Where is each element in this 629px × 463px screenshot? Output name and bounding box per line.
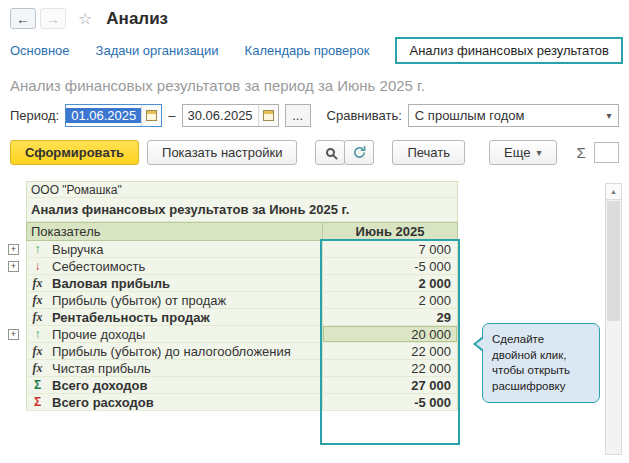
row-indicator-icon: fx (26, 343, 48, 360)
row-label[interactable]: Прибыль (убыток) до налогообложения (48, 343, 322, 360)
row-label[interactable]: Рентабельность продаж (48, 309, 322, 326)
expander-cell (8, 258, 26, 275)
generate-button[interactable]: Сформировать (10, 140, 139, 165)
period-label: Период: (10, 108, 59, 123)
more-button-label: Еще (504, 145, 530, 160)
row-label[interactable]: Прибыль (убыток) от продаж (48, 292, 322, 309)
refresh-icon (352, 145, 367, 160)
report-title-cell[interactable]: Анализ финансовых результатов за Июнь 20… (26, 198, 458, 222)
report-subtitle: Анализ финансовых результатов за период … (0, 68, 629, 100)
toolbar-icon-group (315, 140, 374, 165)
period-from-value[interactable]: 01.06.2025 (66, 108, 141, 123)
expander-cell (8, 326, 26, 343)
expander-margin (8, 198, 26, 222)
table-row[interactable]: ↓ Себестоимость -5 000 (8, 258, 620, 275)
row-value[interactable]: 27 000 (322, 377, 458, 394)
tab-financial-analysis-active[interactable]: Анализ финансовых результатов (395, 37, 623, 64)
row-value[interactable]: 2 000 (322, 292, 458, 309)
search-button[interactable] (315, 140, 345, 165)
row-label[interactable]: Всего расходов (48, 394, 322, 411)
calendar-icon (263, 110, 274, 121)
scroll-up-arrow-icon: ▲ (610, 188, 617, 195)
row-label[interactable]: Выручка (48, 241, 322, 258)
compare-select[interactable]: С прошлым годом ▾ (408, 104, 619, 127)
back-arrow-icon: ← (16, 11, 30, 27)
period-dash: – (168, 108, 175, 123)
back-button[interactable]: ← (10, 8, 36, 29)
compare-label: Сравнивать: (327, 108, 402, 123)
calendar-picker-button[interactable] (258, 105, 278, 126)
calendar-picker-button[interactable] (141, 105, 161, 126)
forward-button[interactable]: → (40, 8, 66, 29)
vertical-scrollbar[interactable]: ▲ (605, 183, 622, 455)
row-value[interactable]: 22 000 (322, 360, 458, 377)
refresh-button[interactable] (344, 140, 374, 165)
expand-plus-icon[interactable] (8, 329, 19, 340)
org-row: ООО "Ромашка" (8, 181, 620, 198)
period-row: Период: 01.06.2025 – 30.06.2025 ... Срав… (0, 100, 629, 131)
tab-main[interactable]: Основное (10, 43, 70, 58)
chevron-down-icon: ▾ (537, 147, 542, 158)
expander-cell (8, 394, 26, 411)
scrollbar-thumb[interactable] (607, 201, 620, 321)
row-label[interactable]: Валовая прибыль (48, 275, 322, 292)
report-toolbar: Сформировать Показать настройки Печать Е… (0, 131, 629, 173)
row-label[interactable]: Всего доходов (48, 377, 322, 394)
table-row[interactable]: fx Прибыль (убыток) от продаж 2 000 (8, 292, 620, 309)
expand-plus-icon[interactable] (8, 244, 19, 255)
row-value[interactable]: 7 000 (322, 241, 458, 258)
expander-margin (8, 181, 26, 198)
scrollbar-up-button[interactable]: ▲ (606, 184, 621, 200)
period-from-field[interactable]: 01.06.2025 (65, 104, 162, 127)
expander-margin (8, 222, 26, 241)
expander-cell (8, 309, 26, 326)
org-name-cell[interactable]: ООО "Ромашка" (26, 181, 458, 198)
double-click-callout: Сделайте двойной клик, чтобы открыть рас… (482, 323, 600, 403)
row-value[interactable]: 20 000 (322, 326, 458, 343)
row-indicator-icon: ↓ (26, 258, 48, 275)
row-indicator-icon: ↑ (26, 326, 48, 343)
row-indicator-icon: fx (26, 275, 48, 292)
top-bar: ← → ☆ Анализ (0, 0, 629, 31)
row-label[interactable]: Себестоимость (48, 258, 322, 275)
expander-cell (8, 275, 26, 292)
row-indicator-icon: Σ (26, 377, 48, 394)
period-to-field[interactable]: 30.06.2025 (182, 104, 279, 127)
row-label[interactable]: Прочие доходы (48, 326, 322, 343)
expander-cell (8, 241, 26, 258)
row-label[interactable]: Чистая прибыль (48, 360, 322, 377)
table-row[interactable]: fx Валовая прибыль 2 000 (8, 275, 620, 292)
expander-cell (8, 360, 26, 377)
report-table: ООО "Ромашка" Анализ финансовых результа… (8, 181, 620, 455)
forward-arrow-icon: → (46, 11, 60, 27)
row-value[interactable]: -5 000 (322, 258, 458, 275)
row-indicator-icon: fx (26, 292, 48, 309)
expander-cell (8, 343, 26, 360)
autosum-sigma-icon: Σ (577, 144, 586, 161)
period-to-value[interactable]: 30.06.2025 (183, 108, 258, 123)
column-header-indicator: Показатель (26, 222, 322, 241)
expand-plus-icon[interactable] (8, 261, 19, 272)
favorite-star-icon[interactable]: ☆ (78, 9, 92, 28)
tab-check-calendar[interactable]: Календарь проверок (245, 43, 370, 58)
chevron-down-icon[interactable]: ▾ (600, 110, 618, 121)
expander-cell (8, 292, 26, 309)
report-title-row: Анализ финансовых результатов за Июнь 20… (8, 198, 620, 222)
page-title: Анализ (106, 9, 168, 29)
expander-cell (8, 377, 26, 394)
column-header-month: Июнь 2025 (322, 222, 458, 241)
period-more-button[interactable]: ... (285, 104, 311, 127)
row-indicator-icon: Σ (26, 394, 48, 411)
nav-tabs: Основное Задачи организации Календарь пр… (0, 31, 629, 68)
table-row[interactable]: ↑ Выручка 7 000 (8, 241, 620, 258)
autosum-field[interactable] (594, 142, 619, 163)
row-value[interactable]: -5 000 (322, 394, 458, 411)
tab-org-tasks[interactable]: Задачи организации (96, 43, 219, 58)
search-icon (326, 148, 335, 157)
print-button[interactable]: Печать (392, 140, 465, 165)
row-value[interactable]: 22 000 (322, 343, 458, 360)
show-settings-button[interactable]: Показать настройки (147, 140, 297, 165)
more-button[interactable]: Еще ▾ (489, 140, 556, 165)
row-value[interactable]: 29 (322, 309, 458, 326)
row-value[interactable]: 2 000 (322, 275, 458, 292)
